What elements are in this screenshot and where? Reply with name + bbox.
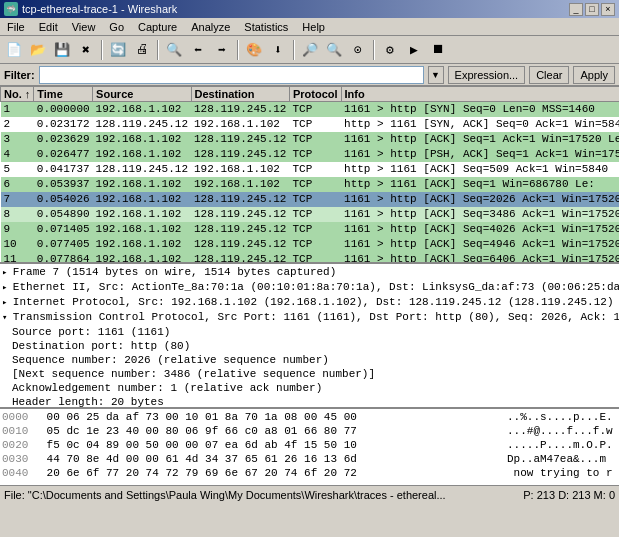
- col-header-protocol[interactable]: Protocol: [289, 87, 341, 102]
- detail-dst-port: Destination port: http (80): [0, 339, 619, 353]
- packet-cell-0: 1: [1, 102, 34, 117]
- packet-cell-4: TCP: [289, 162, 341, 177]
- separator-2: [157, 40, 159, 60]
- title-controls[interactable]: _ □ ×: [569, 3, 615, 16]
- status-bar: File: "C:\Documents and Settings\Paula W…: [0, 485, 619, 503]
- zoom-out-button[interactable]: 🔍: [323, 39, 345, 61]
- packet-cell-3: 128.119.245.12: [191, 207, 289, 222]
- table-row[interactable]: 50.041737128.119.245.12192.168.1.102TCPh…: [1, 162, 620, 177]
- menu-capture[interactable]: Capture: [135, 21, 180, 33]
- packet-cell-2: 192.168.1.102: [93, 147, 191, 162]
- col-header-time[interactable]: Time: [34, 87, 93, 102]
- menu-file[interactable]: File: [4, 21, 28, 33]
- detail-ethernet-text: Ethernet II, Src: ActionTe_8a:70:1a (00:…: [13, 281, 619, 293]
- col-header-source[interactable]: Source: [93, 87, 191, 102]
- zoom-normal-button[interactable]: ⊙: [347, 39, 369, 61]
- colorize-button[interactable]: 🎨: [243, 39, 265, 61]
- packet-cell-5: 1161 > http [ACK] Seq=4946 Ack=1 Win=175…: [341, 237, 619, 252]
- minimize-button[interactable]: _: [569, 3, 583, 16]
- col-header-info[interactable]: Info: [341, 87, 619, 102]
- packet-cell-5: http > 1161 [ACK] Seq=509 Ack=1 Win=5840: [341, 162, 619, 177]
- packet-cell-3: 192.168.1.102: [191, 177, 289, 192]
- next-button[interactable]: ➡: [211, 39, 233, 61]
- toolbar: 📄 📂 💾 ✖ 🔄 🖨 🔍 ⬅ ➡ 🎨 ⬇ 🔎 🔍 ⊙ ⚙ ▶ ⏹: [0, 36, 619, 64]
- packet-cell-2: 128.119.245.12: [93, 117, 191, 132]
- packet-cell-0: 9: [1, 222, 34, 237]
- col-header-no[interactable]: No. ↑: [1, 87, 34, 102]
- packet-cell-3: 128.119.245.12: [191, 132, 289, 147]
- packet-cell-1: 0.026477: [34, 147, 93, 162]
- prev-button[interactable]: ⬅: [187, 39, 209, 61]
- detail-item-frame[interactable]: Frame 7 (1514 bytes on wire, 1514 bytes …: [0, 265, 619, 280]
- hex-pane: 0000 00 06 25 da af 73 00 10 01 8a 70 1a…: [0, 409, 619, 485]
- packet-cell-3: 128.119.245.12: [191, 102, 289, 117]
- hex-row-0010: 0010 05 dc 1e 23 40 00 80 06 9f 66 c0 a8…: [2, 424, 617, 438]
- menu-analyze[interactable]: Analyze: [188, 21, 233, 33]
- menu-bar: File Edit View Go Capture Analyze Statis…: [0, 18, 619, 36]
- detail-seq: Sequence number: 2026 (relative sequence…: [0, 353, 619, 367]
- detail-pane: Frame 7 (1514 bytes on wire, 1514 bytes …: [0, 264, 619, 409]
- table-row[interactable]: 40.026477192.168.1.102128.119.245.12TCP1…: [1, 147, 620, 162]
- packet-cell-1: 0.071405: [34, 222, 93, 237]
- title-bar-left: 🦈 tcp-ethereal-trace-1 - Wireshark: [4, 2, 177, 16]
- detail-item-tcp[interactable]: Transmission Control Protocol, Src Port:…: [0, 310, 619, 325]
- table-row[interactable]: 90.071405192.168.1.102128.119.245.12TCP1…: [1, 222, 620, 237]
- packet-cell-5: 1161 > http [ACK] Seq=3486 Ack=1 Win=175…: [341, 207, 619, 222]
- save-button[interactable]: 💾: [51, 39, 73, 61]
- col-header-destination[interactable]: Destination: [191, 87, 289, 102]
- packet-cell-1: 0.077405: [34, 237, 93, 252]
- packet-cell-2: 192.168.1.102: [93, 237, 191, 252]
- table-row[interactable]: 30.023629192.168.1.102128.119.245.12TCP1…: [1, 132, 620, 147]
- packet-table-body: 10.000000192.168.1.102128.119.245.12TCP1…: [1, 102, 620, 265]
- detail-item-ip[interactable]: Internet Protocol, Src: 192.168.1.102 (1…: [0, 295, 619, 310]
- zoom-in-button[interactable]: 🔎: [299, 39, 321, 61]
- find-button[interactable]: 🔍: [163, 39, 185, 61]
- packet-cell-5: 1161 > http [PSH, ACK] Seq=1 Ack=1 Win=1…: [341, 147, 619, 162]
- packet-cell-0: 10: [1, 237, 34, 252]
- packet-cell-1: 0.054890: [34, 207, 93, 222]
- new-capture-button[interactable]: 📄: [3, 39, 25, 61]
- capture-options-button[interactable]: ⚙: [379, 39, 401, 61]
- filter-label: Filter:: [4, 69, 35, 81]
- menu-go[interactable]: Go: [106, 21, 127, 33]
- apply-button[interactable]: Apply: [573, 66, 615, 84]
- menu-view[interactable]: View: [69, 21, 99, 33]
- close-button[interactable]: ×: [601, 3, 615, 16]
- packet-cell-3: 192.168.1.102: [191, 117, 289, 132]
- detail-src-port: Source port: 1161 (1161): [0, 325, 619, 339]
- packet-cell-0: 3: [1, 132, 34, 147]
- open-button[interactable]: 📂: [27, 39, 49, 61]
- print-button[interactable]: 🖨: [131, 39, 153, 61]
- packet-cell-2: 192.168.1.102: [93, 102, 191, 117]
- table-row[interactable]: 110.077864192.168.1.102128.119.245.12TCP…: [1, 252, 620, 265]
- clear-button[interactable]: Clear: [529, 66, 569, 84]
- packet-cell-3: 128.119.245.12: [191, 222, 289, 237]
- packet-cell-2: 192.168.1.102: [93, 177, 191, 192]
- packet-table: No. ↑ Time Source Destination Protocol I…: [0, 86, 619, 264]
- filter-input[interactable]: [39, 66, 424, 84]
- table-row[interactable]: 70.054026192.168.1.102128.119.245.12TCP1…: [1, 192, 620, 207]
- filter-dropdown-button[interactable]: ▼: [428, 66, 444, 84]
- menu-help[interactable]: Help: [299, 21, 328, 33]
- packet-cell-0: 4: [1, 147, 34, 162]
- packet-cell-5: 1161 > http [SYN] Seq=0 Len=0 MSS=1460: [341, 102, 619, 117]
- table-row[interactable]: 60.053937192.168.1.102192.168.1.102TCPht…: [1, 177, 620, 192]
- maximize-button[interactable]: □: [585, 3, 599, 16]
- close-button2[interactable]: ✖: [75, 39, 97, 61]
- reload-button[interactable]: 🔄: [107, 39, 129, 61]
- menu-edit[interactable]: Edit: [36, 21, 61, 33]
- start-capture-button[interactable]: ▶: [403, 39, 425, 61]
- table-row[interactable]: 80.054890192.168.1.102128.119.245.12TCP1…: [1, 207, 620, 222]
- table-row[interactable]: 100.077405192.168.1.102128.119.245.12TCP…: [1, 237, 620, 252]
- stop-capture-button[interactable]: ⏹: [427, 39, 449, 61]
- table-row[interactable]: 10.000000192.168.1.102128.119.245.12TCP1…: [1, 102, 620, 117]
- table-header-row: No. ↑ Time Source Destination Protocol I…: [1, 87, 620, 102]
- menu-statistics[interactable]: Statistics: [241, 21, 291, 33]
- packet-cell-2: 128.119.245.12: [93, 162, 191, 177]
- hex-row-0000: 0000 00 06 25 da af 73 00 10 01 8a 70 1a…: [2, 410, 617, 424]
- auto-scroll-button[interactable]: ⬇: [267, 39, 289, 61]
- detail-item-ethernet[interactable]: Ethernet II, Src: ActionTe_8a:70:1a (00:…: [0, 280, 619, 295]
- detail-header-len: Header length: 20 bytes: [0, 395, 619, 409]
- expression-button[interactable]: Expression...: [448, 66, 526, 84]
- table-row[interactable]: 20.023172128.119.245.12192.168.1.102TCPh…: [1, 117, 620, 132]
